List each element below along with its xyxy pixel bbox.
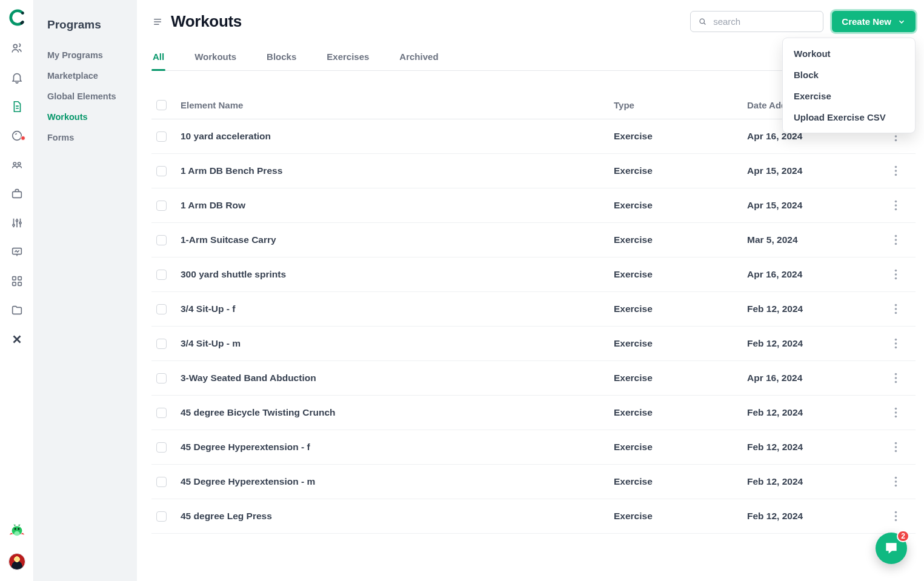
chat-icon[interactable] (10, 128, 24, 143)
row-actions-button[interactable] (880, 373, 911, 383)
table-row[interactable]: 45 degree Bicycle Twisting CrunchExercis… (151, 396, 916, 430)
sidebar-item-my-programs[interactable]: My Programs (34, 45, 137, 65)
table-row[interactable]: 45 degree Leg PressExerciseFeb 12, 2024 (151, 499, 916, 534)
presentation-icon[interactable] (10, 245, 24, 259)
sidebar-title: Programs (34, 18, 137, 45)
mascot-icon[interactable] (8, 520, 26, 539)
row-date: Feb 12, 2024 (747, 407, 880, 418)
svg-point-29 (894, 243, 897, 245)
table-row[interactable]: 45 Degree Hyperextension - fExerciseFeb … (151, 430, 916, 465)
table-row[interactable]: 300 yard shuttle sprintsExerciseApr 16, … (151, 257, 916, 292)
tab-exercises[interactable]: Exercises (325, 45, 370, 70)
tab-all[interactable]: All (151, 45, 165, 70)
close-icon[interactable] (10, 332, 24, 347)
collapse-sidebar-icon[interactable] (151, 16, 164, 28)
row-type: Exercise (614, 338, 747, 349)
row-actions-button[interactable] (880, 269, 911, 280)
row-checkbox[interactable] (156, 339, 167, 349)
row-actions-button[interactable] (880, 511, 911, 522)
row-name: 45 Degree Hyperextension - m (181, 476, 614, 487)
svg-point-31 (894, 273, 897, 276)
svg-point-30 (894, 270, 897, 272)
row-actions-button[interactable] (880, 442, 911, 453)
row-date: Feb 12, 2024 (747, 476, 880, 487)
user-avatar[interactable] (8, 553, 25, 570)
sidebar-item-global-elements[interactable]: Global Elements (34, 86, 137, 107)
sidebar-item-workouts[interactable]: Workouts (34, 107, 137, 127)
select-all-checkbox[interactable] (156, 100, 167, 110)
row-checkbox[interactable] (156, 166, 167, 176)
row-checkbox[interactable] (156, 131, 167, 142)
table-row[interactable]: 45 Degree Hyperextension - mExerciseFeb … (151, 465, 916, 499)
row-actions-button[interactable] (880, 476, 911, 487)
row-checkbox[interactable] (156, 442, 167, 453)
row-checkbox[interactable] (156, 235, 167, 245)
row-checkbox[interactable] (156, 511, 167, 522)
row-actions-button[interactable] (880, 200, 911, 211)
main-content: Workouts Create New Workout Block Exerci… (137, 0, 924, 581)
document-icon[interactable] (10, 99, 24, 114)
row-type: Exercise (614, 131, 747, 142)
sidebar: Programs My Programs Marketplace Global … (34, 0, 137, 581)
svg-rect-4 (12, 191, 21, 198)
row-checkbox[interactable] (156, 373, 167, 383)
svg-rect-10 (18, 277, 21, 281)
row-type: Exercise (614, 407, 747, 418)
row-checkbox[interactable] (156, 477, 167, 487)
tab-workouts[interactable]: Workouts (193, 45, 238, 70)
sidebar-item-marketplace[interactable]: Marketplace (34, 65, 137, 86)
table-row[interactable]: 1-Arm Suitcase CarryExerciseMar 5, 2024 (151, 223, 916, 257)
users-icon[interactable] (10, 41, 24, 56)
svg-point-17 (700, 19, 704, 23)
table-row[interactable]: 3/4 Sit-Up - mExerciseFeb 12, 2024 (151, 327, 916, 361)
svg-point-53 (894, 519, 897, 522)
row-actions-button[interactable] (880, 234, 911, 245)
svg-point-28 (894, 239, 897, 241)
svg-point-15 (14, 528, 16, 530)
sidebar-item-forms[interactable]: Forms (34, 127, 137, 148)
table-row[interactable]: 1 Arm DB RowExerciseApr 15, 2024 (151, 188, 916, 223)
tab-blocks[interactable]: Blocks (265, 45, 297, 70)
row-checkbox[interactable] (156, 304, 167, 314)
search-box[interactable] (690, 11, 823, 32)
svg-point-23 (894, 174, 897, 176)
table-row[interactable]: 3/4 Sit-Up - fExerciseFeb 12, 2024 (151, 292, 916, 327)
dropdown-item-workout[interactable]: Workout (783, 43, 915, 64)
row-date: Apr 16, 2024 (747, 269, 880, 280)
chat-fab[interactable]: 2 (876, 533, 907, 564)
elements-table: Element Name Type Date Added 10 yard acc… (151, 100, 916, 534)
svg-point-0 (13, 44, 17, 48)
sliders-icon[interactable] (10, 216, 24, 230)
table-row[interactable]: 1 Arm DB Bench PressExerciseApr 15, 2024 (151, 154, 916, 188)
tab-archived[interactable]: Archived (398, 45, 439, 70)
dropdown-item-upload-csv[interactable]: Upload Exercise CSV (783, 107, 915, 128)
row-checkbox[interactable] (156, 270, 167, 280)
row-checkbox[interactable] (156, 408, 167, 418)
chevron-down-icon (897, 18, 906, 26)
search-input[interactable] (713, 16, 816, 27)
row-name: 45 degree Bicycle Twisting Crunch (181, 407, 614, 418)
group-icon[interactable] (10, 158, 24, 172)
bell-icon[interactable] (10, 70, 24, 85)
row-actions-button[interactable] (880, 338, 911, 349)
svg-rect-9 (12, 277, 16, 281)
briefcase-icon[interactable] (10, 187, 24, 201)
folder-icon[interactable] (10, 303, 24, 317)
grid-icon[interactable] (10, 274, 24, 288)
table-row[interactable]: 3-Way Seated Band AbductionExerciseApr 1… (151, 361, 916, 396)
row-actions-button[interactable] (880, 304, 911, 314)
app-logo[interactable] (8, 8, 26, 27)
row-actions-button[interactable] (880, 165, 911, 176)
dropdown-item-exercise[interactable]: Exercise (783, 85, 915, 107)
svg-point-3 (18, 162, 20, 165)
svg-point-47 (894, 450, 897, 453)
row-actions-button[interactable] (880, 407, 911, 418)
svg-point-21 (894, 166, 897, 168)
svg-point-25 (894, 204, 897, 207)
svg-point-45 (894, 442, 897, 445)
notification-dot (21, 136, 25, 141)
row-checkbox[interactable] (156, 201, 167, 211)
row-name: 1 Arm DB Bench Press (181, 165, 614, 176)
dropdown-item-block[interactable]: Block (783, 64, 915, 85)
create-new-button[interactable]: Create New (832, 11, 916, 32)
